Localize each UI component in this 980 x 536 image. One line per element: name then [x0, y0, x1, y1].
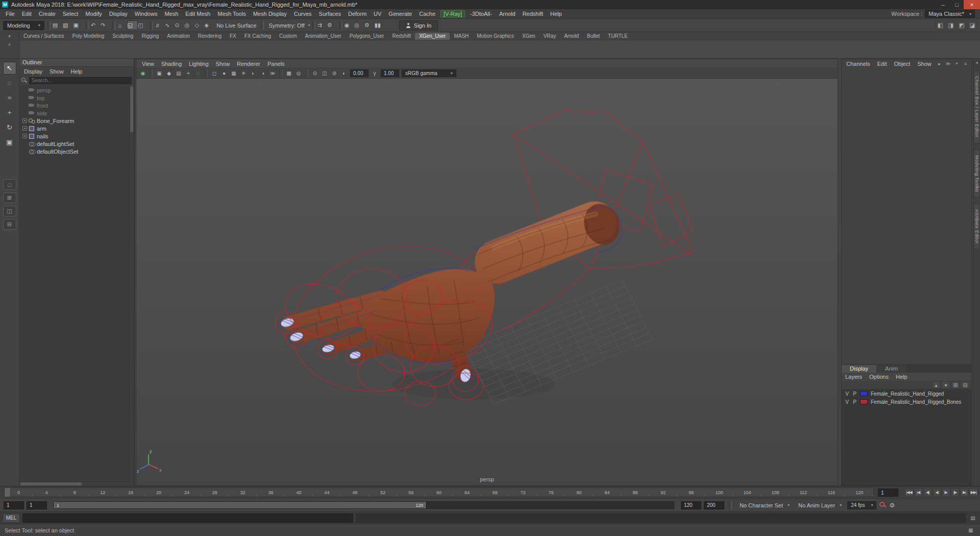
frame-tick[interactable]: 40: [285, 488, 313, 497]
scrollbar-thumb[interactable]: [130, 86, 133, 132]
frame-tick[interactable]: 8: [61, 488, 89, 497]
layout-persp-outliner[interactable]: ◫: [3, 206, 16, 216]
select-tool[interactable]: ↖: [3, 62, 16, 75]
animation-end-field[interactable]: 200: [704, 501, 724, 509]
redo-icon[interactable]: ↷▾: [101, 20, 110, 30]
sidebar-collapse-icon[interactable]: ◂: [975, 60, 977, 65]
frame-tick[interactable]: 56: [397, 488, 425, 497]
depth-of-field-icon[interactable]: ◎: [294, 69, 303, 78]
exposure-field[interactable]: 0.00: [350, 69, 369, 77]
ipr-render-icon[interactable]: ◎▾: [354, 20, 364, 30]
frame-tick[interactable]: 88: [621, 488, 649, 497]
pause-evaluation-icon[interactable]: ▮▮▾: [375, 20, 386, 30]
menu-arnold[interactable]: Arnold: [496, 10, 519, 17]
scale-tool[interactable]: ▣: [3, 136, 16, 149]
image-plane-icon[interactable]: ▤: [174, 69, 183, 78]
frame-tick[interactable]: 60: [425, 488, 453, 497]
layout-four-pane[interactable]: ⊞: [3, 192, 16, 203]
shelf-tab-curves-surfaces[interactable]: Curves / Surfaces: [19, 33, 68, 40]
rotate-tool[interactable]: ↻: [3, 121, 16, 134]
layer-editor-menu-item[interactable]: Layers: [842, 374, 866, 380]
render-current-frame-icon[interactable]: ◉▾: [345, 20, 355, 30]
shelf-tab-redshift[interactable]: Redshift: [388, 33, 415, 40]
step-forward-frame-button[interactable]: ▶|: [960, 488, 969, 497]
character-set-dropdown[interactable]: No Character Set▾: [737, 502, 793, 508]
frame-tick[interactable]: 64: [453, 488, 481, 497]
gamma-field[interactable]: 1.00: [381, 69, 399, 77]
use-all-lights-icon[interactable]: ☀: [239, 69, 248, 78]
menu-mesh[interactable]: Mesh: [161, 10, 182, 17]
workspace-selector[interactable]: Workspace : Maya Classic*▾: [891, 10, 978, 18]
exposure-icon[interactable]: ◐: [339, 69, 349, 78]
sidebar-vertical-tab[interactable]: Modeling Toolkit: [973, 150, 980, 198]
outliner-item-bone-forearm[interactable]: + Bone_Forearm: [19, 117, 129, 125]
outliner-item-default-object-set[interactable]: + defaultObjectSet: [19, 148, 129, 155]
shelf-tab-animation-user[interactable]: Animation_User: [301, 33, 345, 40]
step-back-key-button[interactable]: ◀|: [923, 488, 932, 497]
frame-tick[interactable]: 48: [341, 488, 369, 497]
open-scene-icon[interactable]: ▧▾: [63, 20, 73, 30]
step-back-frame-button[interactable]: |◀: [914, 488, 923, 497]
new-empty-layer-icon[interactable]: ⊞: [951, 381, 960, 388]
outliner-item-default-light-set[interactable]: + defaultLightSet: [19, 140, 129, 148]
viewport-menu-item[interactable]: Renderer: [233, 61, 264, 67]
outliner-menu-item[interactable]: Show: [46, 68, 67, 75]
layer-visibility-toggle[interactable]: V: [843, 399, 851, 405]
shelf-tab-animation[interactable]: Animation: [163, 33, 193, 40]
layout-single-pane[interactable]: □: [3, 179, 16, 190]
shelf-tab-sculpting[interactable]: Sculpting: [108, 33, 137, 40]
menu-select[interactable]: Select: [59, 10, 82, 17]
outliner-menu-item[interactable]: Help: [67, 68, 86, 75]
menu-uv[interactable]: UV: [370, 10, 385, 17]
view-transform-dropdown[interactable]: sRGB gamma▾: [402, 69, 456, 77]
menu-edit[interactable]: Edit: [18, 10, 35, 17]
snap-to-grid-icon[interactable]: #▾: [155, 20, 165, 30]
frame-tick[interactable]: 16: [117, 488, 145, 497]
outliner-horizontal-scrollbar[interactable]: [19, 481, 134, 486]
viewport-menu-item[interactable]: Shading: [158, 61, 185, 67]
screen-space-ao-icon[interactable]: ◑: [258, 69, 267, 78]
new-scene-icon[interactable]: ▤▾: [53, 20, 63, 30]
renderer-status-icon[interactable]: ◉: [138, 69, 148, 78]
menu-deform[interactable]: Deform: [345, 10, 370, 17]
frame-tick[interactable]: 32: [229, 488, 257, 497]
current-frame-field[interactable]: 1: [878, 489, 898, 497]
outliner-search-input[interactable]: [29, 77, 132, 84]
menu-cache[interactable]: Cache: [415, 10, 439, 17]
layer-editor-menu-item[interactable]: Help: [892, 374, 911, 380]
shelf-tab-vray[interactable]: VRay: [540, 33, 560, 40]
outliner-item-top[interactable]: + top: [19, 94, 129, 102]
xray-icon[interactable]: ◫: [320, 69, 329, 78]
tab-anim[interactable]: Anim: [877, 365, 906, 373]
channel-speed-fast-icon[interactable]: ≫: [944, 60, 952, 67]
command-language-button[interactable]: MEL: [3, 514, 20, 523]
layer-color-swatch[interactable]: [860, 391, 868, 396]
frame-tick[interactable]: 24: [173, 488, 201, 497]
menu-curves[interactable]: Curves: [290, 10, 315, 17]
joints-xray-icon[interactable]: ⊘: [330, 69, 339, 78]
select-object-icon[interactable]: ◱▾: [127, 20, 137, 30]
current-frame-marker[interactable]: [5, 488, 10, 497]
menu-surfaces[interactable]: Surfaces: [315, 10, 345, 17]
frame-tick[interactable]: 108: [761, 488, 789, 497]
isolate-select-icon[interactable]: ⊙: [310, 69, 320, 78]
play-forwards-button[interactable]: ▶: [942, 488, 950, 497]
shelf-tab-poly-modeling[interactable]: Poly Modeling: [68, 33, 108, 40]
frame-tick[interactable]: 72: [509, 488, 537, 497]
frame-tick[interactable]: 112: [789, 488, 817, 497]
range-slider-handle[interactable]: 1 120: [54, 502, 426, 508]
select-hierarchy-icon[interactable]: ⌂▾: [117, 20, 127, 30]
shelf-tab-rendering[interactable]: Rendering: [194, 33, 226, 40]
command-input[interactable]: [22, 514, 353, 523]
construction-history-icon[interactable]: ⚙▾: [327, 20, 337, 30]
viewport-menu-item[interactable]: View: [138, 61, 158, 67]
make-live-icon[interactable]: ◈▾: [204, 20, 214, 30]
frame-tick[interactable]: 96: [677, 488, 705, 497]
input-connections-icon[interactable]: ⇉▾: [317, 20, 327, 30]
smooth-shade-icon[interactable]: ●: [219, 69, 229, 78]
viewport-menu-item[interactable]: Lighting: [185, 61, 212, 67]
frame-tick[interactable]: 76: [537, 488, 565, 497]
viewport-menu-item[interactable]: Show: [212, 61, 234, 67]
menu-mesh-display[interactable]: Mesh Display: [250, 10, 290, 17]
sign-in-button[interactable]: Sign In: [399, 20, 438, 31]
